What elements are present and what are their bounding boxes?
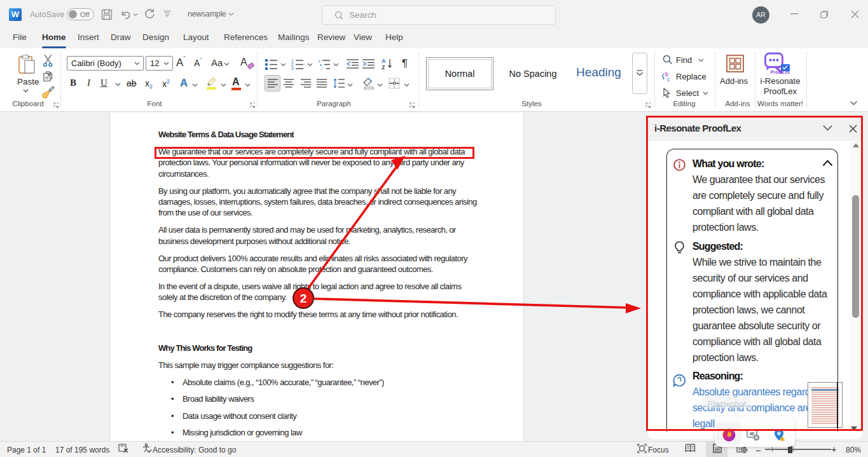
svg-text:2: 2	[300, 292, 307, 305]
